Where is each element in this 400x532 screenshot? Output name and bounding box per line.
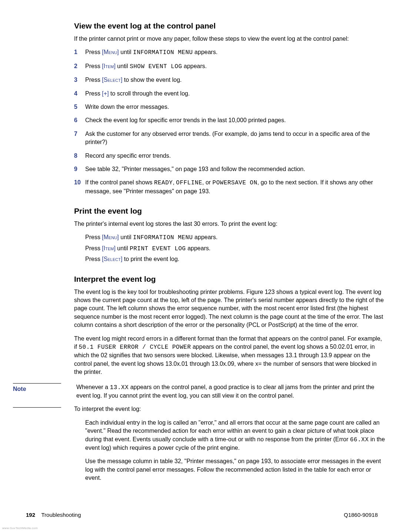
step-text: Press	[85, 49, 102, 55]
step-text: to scroll through the event log.	[109, 90, 190, 97]
step-9: 9 See table 32, "Printer messages," on p…	[74, 165, 385, 173]
line-text: until	[119, 234, 133, 240]
section2-title: Print the event log	[74, 207, 385, 215]
lcd-text: POWERSAVE ON	[213, 180, 257, 186]
step-text: appears.	[193, 49, 218, 55]
note-label-box: Note	[13, 383, 61, 408]
section1-title: View the event log at the control panel	[74, 21, 385, 30]
lcd-text: 66.XX	[350, 436, 369, 443]
step-num: 4	[74, 90, 77, 98]
step-num: 3	[74, 76, 77, 84]
note-block: Note Whenever a 13.XX appears on the con…	[74, 383, 385, 400]
step-text: to show the event log.	[122, 77, 181, 83]
line-text: appears.	[193, 234, 218, 240]
section1-intro: If the printer cannot print or move any …	[74, 35, 385, 43]
lcd-text: READY	[154, 180, 173, 186]
lcd-text: INFORMATION MENU	[133, 234, 193, 241]
step-5: 5 Write down the error messages.	[74, 103, 385, 111]
bullet-text: Each individual entry in the log is call…	[85, 419, 380, 442]
step-1: 1 Press [Menu] until INFORMATION MENU ap…	[74, 48, 385, 57]
line-text: Press	[85, 234, 102, 240]
line-2: Press [Item] until PRINT EVENT LOG appea…	[85, 244, 385, 253]
bullet-1: Each individual entry in the log is call…	[85, 419, 385, 452]
item-key: [Item]	[102, 63, 116, 69]
step-6: 6 Check the event log for specific error…	[74, 116, 385, 124]
note-body: Whenever a 13.XX appears on the control …	[74, 383, 385, 400]
step-text: Press	[85, 90, 102, 97]
select-key: [Select]	[102, 256, 122, 262]
step-num: 9	[74, 165, 77, 173]
menu-key: [Menu]	[102, 234, 119, 240]
chapter-name: Troubleshooting	[41, 512, 81, 518]
step-num: 6	[74, 116, 77, 124]
line-text: appears.	[186, 245, 211, 251]
section3-para1: The event log is the key tool for troubl…	[74, 288, 385, 329]
section1-steps: 1 Press [Menu] until INFORMATION MENU ap…	[74, 48, 385, 195]
section3-para3: To interpret the event log:	[74, 405, 385, 413]
step-text: appears.	[182, 63, 207, 69]
footer-right: Q1860-90918	[344, 512, 378, 518]
lcd-text: SHOW EVENT LOG	[130, 63, 182, 70]
section2-lines: Press [Menu] until INFORMATION MENU appe…	[74, 233, 385, 263]
line-text: Press	[85, 256, 102, 262]
step-num: 10	[74, 178, 81, 187]
line-text: Press	[85, 245, 102, 251]
step-num: 1	[74, 48, 77, 56]
step-text: Press	[85, 63, 102, 69]
step-3: 3 Press [Select] to show the event log.	[74, 76, 385, 84]
footer-left: 192 Troubleshooting	[26, 512, 81, 518]
line-text: until	[116, 245, 130, 251]
step-num: 2	[74, 62, 77, 70]
item-key: [Item]	[102, 245, 116, 251]
section3-para2: The event log might record errors in a d…	[74, 335, 385, 377]
step-text: Record any specific error trends.	[85, 153, 171, 159]
section3-title: Interpret the event log	[74, 275, 385, 284]
lcd-text: 13.XX	[110, 384, 129, 391]
step-2: 2 Press [Item] until SHOW EVENT LOG appe…	[74, 62, 385, 71]
menu-key: [Menu]	[102, 49, 119, 55]
line-text: to print the event log.	[122, 256, 179, 262]
select-key: [Select]	[102, 77, 122, 83]
note-text: Whenever a	[76, 384, 110, 390]
plus-key: [+]	[102, 90, 109, 97]
lcd-text: PRINT EVENT LOG	[130, 245, 186, 252]
note-label: Note	[13, 384, 61, 395]
lcd-text: INFORMATION MENU	[133, 49, 193, 56]
line-1: Press [Menu] until INFORMATION MENU appe…	[85, 233, 385, 242]
step-text: until	[116, 63, 130, 69]
line-3: Press [Select] to print the event log.	[85, 255, 385, 263]
section3-bullets: Each individual entry in the log is call…	[74, 419, 385, 482]
step-8: 8 Record any specific error trends.	[74, 152, 385, 160]
step-num: 5	[74, 103, 77, 111]
step-text: ,	[173, 179, 176, 185]
watermark: www.GovTechMedia.com	[2, 526, 38, 530]
step-text: Ask the customer for any observed error …	[85, 131, 370, 145]
step-num: 7	[74, 130, 77, 138]
step-text: Write down the error messages.	[85, 104, 169, 110]
step-text: , or	[202, 179, 213, 185]
step-text: until	[119, 49, 133, 55]
step-text: See table 32, "Printer messages," on pag…	[85, 166, 305, 172]
page-number: 192	[26, 512, 35, 518]
note-rule-bottom	[13, 407, 61, 408]
lcd-text: 50.1 FUSER ERROR / CYCLE POWER	[79, 344, 191, 351]
step-text: Check the event log for specific error t…	[85, 117, 286, 123]
step-text: Press	[85, 77, 102, 83]
step-text: If the control panel shows	[85, 179, 154, 185]
bullet-2: Use the message column in table 32, "Pri…	[85, 457, 385, 482]
step-4: 4 Press [+] to scroll through the event …	[74, 90, 385, 98]
step-10: 10 If the control panel shows READY, OFF…	[74, 178, 385, 195]
page-footer: 192 Troubleshooting Q1860-90918	[26, 512, 378, 518]
step-7: 7 Ask the customer for any observed erro…	[74, 130, 385, 147]
step-num: 8	[74, 152, 77, 160]
section2-intro: The printer's internal event log stores …	[74, 220, 385, 228]
lcd-text: OFFLINE	[176, 180, 202, 186]
